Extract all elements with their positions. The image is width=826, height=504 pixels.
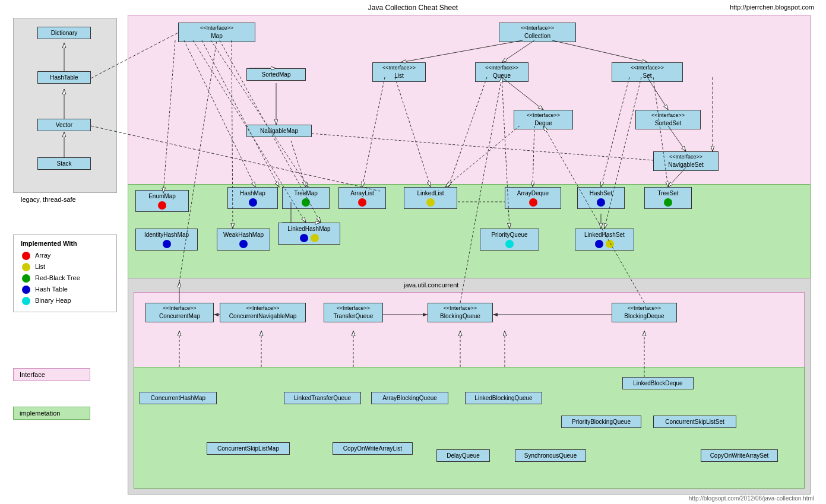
box-queue: <<Interface>> Queue [475, 62, 528, 82]
box-sortedset: <<Interface>> SortedSet [635, 110, 701, 129]
box-transferqueue: <<Interface>> TransferQueue [324, 303, 383, 322]
page-title: Java Collection Cheat Sheet [368, 4, 458, 12]
box-list: <<Interface>> List [372, 62, 426, 82]
box-delayqueue: DelayQueue [436, 449, 490, 462]
legend-array: Array [21, 251, 109, 260]
box-sortedmap: SortedMap [246, 68, 306, 81]
dot-yellow-legend [22, 263, 30, 271]
legend-interface: Interface [13, 368, 90, 381]
legend-list: List [21, 262, 109, 271]
box-collection: <<Interface>> Collection [499, 23, 576, 42]
legend-hashtable: Hash Table [21, 284, 109, 294]
box-linkedhashmap: LinkedHashMap [278, 223, 340, 245]
box-priorityblockingqueue: PriorityBlockingQueue [561, 416, 641, 428]
legend-impl: implemetation [13, 407, 90, 420]
box-enummap: EnumMap [135, 190, 189, 212]
box-concurrentskiplistmap: ConcurrentSkipListMap [207, 442, 290, 455]
box-treeset: TreeSet [644, 187, 692, 209]
box-blockingdeque: <<Interface>> BlockingDeque [612, 303, 677, 322]
box-synchronousqueue: SynchronousQueue [515, 449, 586, 462]
box-linkedtransferqueue: LinkedTransferQueue [284, 392, 361, 404]
legend-rbt: Red-Black Tree [21, 273, 109, 283]
box-set: <<Interface>> Set [612, 62, 683, 82]
box-concurrentmap: <<Interface>> ConcurrentMap [145, 303, 214, 322]
dot-cyan-legend [22, 297, 30, 305]
box-hashtable: HashTable [37, 71, 91, 84]
box-concurrentskiplistset: ConcurrentSkipListSet [653, 416, 736, 428]
concurrent-label: java.util.concurrent [404, 281, 458, 289]
box-priorityqueue: PriorityQueue [480, 229, 539, 251]
box-linkedhashset: LinkedHashSet [575, 229, 634, 251]
box-concurrentnavigablemap: <<Interface>> ConcurrentNavigableMap [220, 303, 306, 322]
legacy-label: legacy, thread-safe [21, 196, 76, 203]
dot-blue-legend [22, 286, 30, 294]
page-url-bottom: http://blogsopt.com/2012/06/java-collect… [689, 495, 814, 502]
box-map: <<Interface>> Map [178, 23, 255, 42]
box-arraylist: ArrayList [338, 187, 386, 209]
dot-red-legend [22, 252, 30, 260]
box-linkedblockingqueue: LinkedBlockingQueue [465, 392, 542, 404]
box-treemap: TreeMap [282, 187, 330, 209]
box-copyonwritearrayset: CopyOnWriteArraySet [701, 449, 778, 462]
box-identityhashmap: IdentityHashMap [135, 229, 198, 251]
box-deque: <<Interface>> Deque [514, 110, 573, 129]
box-hashset: HashSet [577, 187, 625, 209]
legend-binaryheap: Binary Heap [21, 296, 109, 305]
box-copyonwritearraylist: CopyOnWriteArrayList [333, 442, 413, 455]
box-arrayblockingqueue: ArrayBlockingQueue [371, 392, 448, 404]
box-linkedlist: LinkedList [404, 187, 457, 209]
box-blockingqueue: <<Interface>> BlockingQueue [428, 303, 493, 322]
box-hashmap: HashMap [227, 187, 278, 209]
box-navigableset: <<Interface>> NavigableSet [653, 151, 719, 171]
box-stack: Stack [37, 157, 91, 170]
box-weakhashmap: WeakHashMap [217, 229, 270, 251]
box-arraydeque: ArrayDeque [505, 187, 561, 209]
legend-title: Implemented With Array List Red-Black Tr… [13, 234, 117, 312]
dot-green-legend [22, 274, 30, 283]
box-concurrenthashmap: ConcurrentHashMap [140, 392, 217, 404]
box-vector: Vector [37, 119, 91, 131]
page-url-top: http://pierrchen.blogspot.com [730, 4, 814, 11]
box-dictionary: Dictionary [37, 27, 91, 39]
box-linkedblockdeque: LinkedBlockDeque [622, 377, 694, 389]
box-navigablemap: NavigableMap [246, 125, 312, 137]
